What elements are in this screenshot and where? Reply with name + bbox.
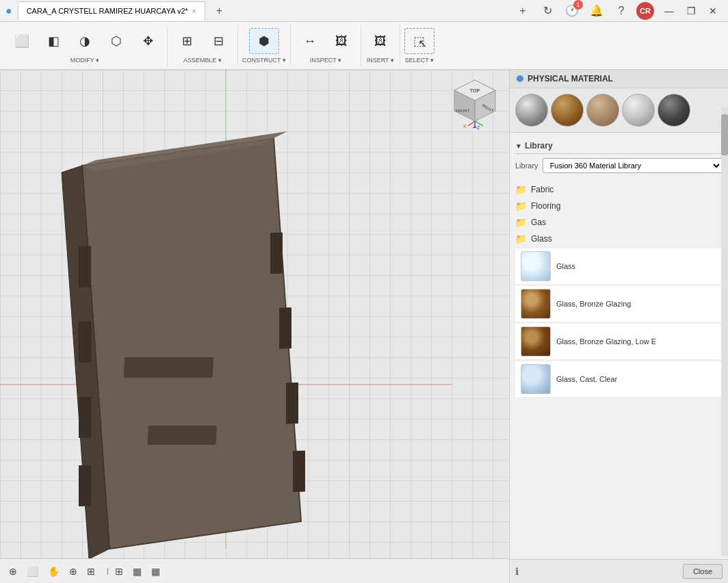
more-display[interactable]: ▦ [148,564,164,579]
tab-area: CARA_A CRYSTELL RAMIREZ HUARCAYA v2* × [18,1,205,21]
section-icon: 🖼 [335,35,348,47]
tool-revolve[interactable]: ◑ [70,28,100,54]
sync-icon: ↻ [543,4,552,17]
panel-status-dot [517,75,523,82]
viewport[interactable]: TOP RIGHT FRONT Z X ⊕ ⬜ ✋ ⊕ ⊞ | ⊞ ▦ ▦ [0,70,509,583]
category-glass[interactable]: 📁 Glass [510,231,728,247]
user-avatar[interactable]: CR [636,2,654,20]
app-icon: ● [5,5,12,17]
toolbar-group-tools: ⬜ ◧ ◑ ⬡ ✥ MODIFY ▾ [3,25,168,66]
svg-rect-15 [286,383,298,424]
joint-icon: ⊞ [182,35,192,47]
material-panel: PHYSICAL MATERIAL ▼ Library Library Fusi… [509,70,728,583]
tool-loft[interactable]: ⬡ [101,28,131,54]
swatch-2[interactable] [551,94,584,127]
tool-move[interactable]: ✥ [133,28,163,54]
info-button[interactable]: ℹ [515,566,519,577]
minimize-button[interactable]: — [660,3,679,18]
insert-group-label[interactable]: INSERT ▾ [367,57,394,64]
material-glass-bronze[interactable]: Glass, Bronze Glazing [515,286,723,322]
library-section-header[interactable]: ▼ Library [515,138,723,154]
add-button[interactable]: + [513,1,532,21]
tool-extrude[interactable]: ◧ [38,28,68,54]
sync-button[interactable]: ↻ [538,1,557,21]
view-cube-button[interactable]: ⬜ [23,564,42,579]
tab-close-button[interactable]: × [192,8,196,15]
clock-badge: 1 [573,0,583,10]
tool-joint[interactable]: ⊞ [172,28,202,54]
category-fabric[interactable]: 📁 Fabric [510,181,728,198]
tool-plane[interactable]: ⬢ [249,28,279,54]
svg-rect-12 [79,465,91,506]
grid-toggle[interactable]: ⊞ [112,564,127,579]
toolbar-row-inspect: ↔ 🖼 [295,28,356,54]
scroll-thumb[interactable] [721,114,728,155]
material-thumb-bronze2 [521,326,551,357]
toolbar-row-1: ⬜ ◧ ◑ ⬡ ✥ [7,28,163,54]
toolbar-group-inspect: ↔ 🖼 INSPECT ▾ [291,25,361,66]
insert-icon: 🖼 [374,35,387,47]
close-button[interactable]: ✕ [703,3,723,18]
zoom-button[interactable]: ⊕ [66,564,81,579]
clock-button[interactable]: 🕐 1 [562,1,582,21]
fit-button[interactable]: ⊞ [83,564,99,579]
help-button[interactable]: ? [612,1,631,21]
notification-button[interactable]: 🔔 [587,1,606,21]
panel-footer: ℹ Close [510,559,728,583]
material-name-cast-clear: Glass, Cast, Clear [556,375,617,383]
material-glass[interactable]: Glass [515,248,723,285]
library-row: Library Fusion 360 Material Library My M… [515,158,723,173]
svg-text:TOP: TOP [470,88,480,93]
plane-icon: ⬢ [259,35,270,47]
category-label-glass: Glass [531,234,552,244]
swatch-1[interactable] [515,94,548,127]
swatch-3[interactable] [586,94,619,127]
toolbar-row-insert: 🖼 [365,28,395,54]
bottom-toolbar: ⊕ ⬜ ✋ ⊕ ⊞ | ⊞ ▦ ▦ [0,558,509,583]
toolbar-row-select: ⬚ ↖ [404,28,434,54]
restore-button[interactable]: ❐ [681,3,701,18]
window-controls: — ❐ ✕ [660,3,723,18]
tool-new-component[interactable]: ⬜ [7,28,37,54]
tool-select[interactable]: ⬚ ↖ [404,28,434,54]
tab-title: CARA_A CRYSTELL RAMIREZ HUARCAYA v2* [27,7,188,15]
category-list: 📁 Fabric 📁 Flooring 📁 Gas 📁 Glass Glass [510,181,728,559]
tool-insert-image[interactable]: 🖼 [365,28,395,54]
material-glass-bronze-lowe[interactable]: Glass, Bronze Glazing, Low E [515,324,723,360]
top-right-controls: + ↻ 🕐 1 🔔 ? CR — ❐ ✕ [513,1,723,21]
library-dropdown[interactable]: Fusion 360 Material Library My Material … [543,158,723,173]
inspect-group-label[interactable]: INSPECT ▾ [310,57,341,64]
close-panel-button[interactable]: Close [683,564,723,579]
scroll-track [721,107,728,556]
tool-section[interactable]: 🖼 [326,28,356,54]
orbit-button[interactable]: ⊕ [5,564,21,579]
swatch-4[interactable] [622,94,655,127]
category-label-fabric: Fabric [531,185,554,194]
material-glass-cast-clear[interactable]: Glass, Cast, Clear [515,361,723,398]
new-tab-button[interactable]: + [211,5,228,17]
cube-nav-svg: TOP RIGHT FRONT Z X [447,77,502,131]
display-settings[interactable]: ▦ [129,564,145,579]
category-label-flooring: Flooring [531,201,560,211]
folder-icon-glass: 📁 [515,233,527,244]
swatch-5[interactable] [658,94,690,127]
assemble-group-label[interactable]: ASSEMBLE ▾ [183,57,222,64]
tool-rigid-group[interactable]: ⊟ [203,28,233,54]
rigid-icon: ⊟ [213,35,224,47]
cube-navigator[interactable]: TOP RIGHT FRONT Z X [447,77,502,131]
toolbar-row-construct: ⬢ [249,28,279,54]
document-tab[interactable]: CARA_A CRYSTELL RAMIREZ HUARCAYA v2* × [18,1,205,21]
toolbar-group-insert: 🖼 INSERT ▾ [361,25,400,66]
modify-group-label[interactable]: MODIFY ▾ [70,57,99,64]
material-name-bronze: Glass, Bronze Glazing [556,300,631,308]
pan-button[interactable]: ✋ [44,564,63,579]
material-name-bronze-lowe: Glass, Bronze Glazing, Low E [556,337,656,346]
tool-measure[interactable]: ↔ [295,28,325,54]
revolve-icon: ◑ [79,35,90,47]
category-flooring[interactable]: 📁 Flooring [510,198,728,214]
construct-group-label[interactable]: CONSTRUCT ▾ [242,57,286,64]
category-gas[interactable]: 📁 Gas [510,214,728,231]
select-group-label[interactable]: SELECT ▾ [405,57,434,64]
svg-rect-11 [79,396,91,438]
svg-line-28 [468,121,475,126]
